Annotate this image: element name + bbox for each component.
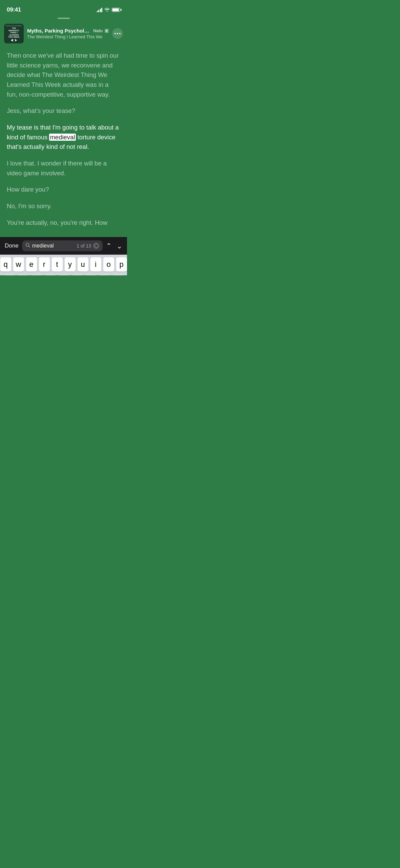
- search-clear-button[interactable]: ✕: [93, 243, 99, 249]
- key-o[interactable]: o: [103, 257, 114, 272]
- key-t[interactable]: t: [52, 257, 63, 272]
- transcript-paragraph-3: My tease is that I'm going to talk about…: [7, 123, 120, 152]
- key-r[interactable]: r: [39, 257, 50, 272]
- key-s[interactable]: s: [17, 275, 29, 275]
- wifi-icon: [104, 7, 110, 13]
- signal-icon: [97, 8, 103, 12]
- key-e[interactable]: e: [26, 257, 37, 272]
- status-time: 09:41: [7, 6, 21, 13]
- key-h[interactable]: h: [71, 275, 83, 275]
- svg-line-1: [28, 246, 30, 248]
- key-q[interactable]: q: [0, 257, 11, 272]
- keyboard-row-2: a s d f g h j k l: [1, 275, 126, 275]
- search-icon: [25, 243, 30, 249]
- podcast-info: Myths, Parking Psychology Natu E The Wei…: [27, 28, 109, 39]
- status-bar: 09:41: [0, 0, 127, 15]
- search-nav-arrows: ⌃ ⌃: [106, 242, 122, 250]
- search-prev-button[interactable]: ⌃: [106, 242, 112, 250]
- key-f[interactable]: f: [44, 275, 56, 275]
- key-l[interactable]: l: [112, 275, 124, 275]
- search-results-count: 1 of 13: [77, 243, 91, 249]
- key-d[interactable]: d: [31, 275, 42, 275]
- search-input[interactable]: medieval: [32, 243, 75, 249]
- key-a[interactable]: a: [4, 275, 15, 275]
- show-name: The Weirdest Thing I Learned This We: [27, 34, 109, 39]
- transcript-paragraph-7: You're actually, no, you're right. How: [7, 218, 120, 228]
- transcript-paragraph-6: No, I'm so sorry.: [7, 201, 120, 211]
- key-j[interactable]: j: [85, 275, 97, 275]
- episode-title: Myths, Parking Psychology: [27, 28, 91, 34]
- transcript-paragraph-5: How dare you?: [7, 185, 120, 195]
- more-options-button[interactable]: [112, 28, 123, 39]
- search-input-container[interactable]: medieval 1 of 13 ✕: [22, 240, 103, 251]
- keyboard-row-1: q w e r t y u i o p: [1, 257, 126, 272]
- podcast-header: POPULAR SCIENCE THEWEIRDESTTHING ILEARNE…: [0, 22, 127, 45]
- keyboard: q w e r t y u i o p a s d f g h j k l ⇧ …: [0, 255, 127, 275]
- done-button[interactable]: Done: [5, 242, 19, 249]
- key-y[interactable]: y: [65, 257, 76, 272]
- search-bar: Done medieval 1 of 13 ✕ ⌃ ⌃: [0, 237, 127, 255]
- transcript-paragraph-4: I love that. I wonder if there will be a…: [7, 159, 120, 178]
- transcript-container: Then once we've all had time to spin our…: [0, 45, 127, 237]
- key-k[interactable]: k: [99, 275, 110, 275]
- highlighted-word: medieval: [49, 134, 76, 141]
- battery-icon: [112, 8, 120, 12]
- clear-icon: ✕: [95, 244, 98, 248]
- explicit-badge: E: [105, 29, 109, 33]
- search-next-button[interactable]: ⌃: [117, 242, 122, 250]
- podcast-thumbnail: POPULAR SCIENCE THEWEIRDESTTHING ILEARNE…: [4, 24, 24, 43]
- key-w[interactable]: w: [13, 257, 24, 272]
- transcript-paragraph-2: Jess, what's your tease?: [7, 106, 120, 116]
- key-i[interactable]: i: [90, 257, 101, 272]
- drag-handle[interactable]: [58, 18, 70, 19]
- key-g[interactable]: g: [58, 275, 69, 275]
- key-p[interactable]: p: [116, 257, 127, 272]
- status-icons: [97, 7, 121, 13]
- transcript-paragraph-1: Then once we've all had time to spin our…: [7, 51, 120, 99]
- key-u[interactable]: u: [78, 257, 88, 272]
- show-name-short: Natu: [93, 28, 103, 33]
